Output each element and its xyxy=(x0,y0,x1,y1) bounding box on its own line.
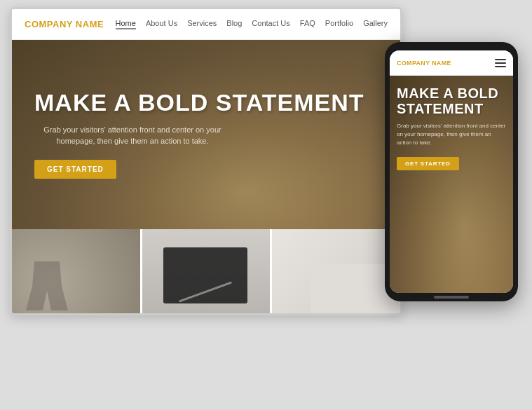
hamburger-menu[interactable] xyxy=(495,59,506,67)
hamburger-line-2 xyxy=(495,62,506,64)
desktop-hero-subtitle: Grab your visitors' attention front and … xyxy=(34,124,231,147)
gallery-image-2 xyxy=(142,229,271,315)
gallery-item-2 xyxy=(140,229,271,315)
mobile-logo: COMPANY NAME xyxy=(397,60,451,67)
mobile-hero-content: MAKE A BOLD STATEMENT Grab your visitors… xyxy=(397,86,506,170)
nav-link-blog[interactable]: Blog xyxy=(226,19,242,29)
hamburger-line-1 xyxy=(495,59,506,60)
mobile-hero-subtitle: Grab your visitors' attention front and … xyxy=(397,122,506,147)
desktop-mockup: COMPANY NAME Home About Us Services Blog… xyxy=(10,7,402,315)
nav-link-services[interactable]: Services xyxy=(187,19,217,29)
mobile-cta-button[interactable]: GET STARTED xyxy=(397,157,459,170)
nav-link-faq[interactable]: FAQ xyxy=(300,19,315,29)
mobile-screen: COMPANY NAME MAKE A BOLD STATEMENT Grab … xyxy=(390,50,513,293)
nav-link-about[interactable]: About Us xyxy=(146,19,177,29)
mobile-hero: MAKE A BOLD STATEMENT Grab your visitors… xyxy=(390,76,513,293)
desktop-navbar: COMPANY NAME Home About Us Services Blog… xyxy=(12,9,400,40)
nav-link-home[interactable]: Home xyxy=(116,19,136,29)
mobile-navbar: COMPANY NAME xyxy=(390,50,513,76)
desktop-nav-links: Home About Us Services Blog Contact Us F… xyxy=(116,19,388,29)
nav-link-portfolio[interactable]: Portfolio xyxy=(325,19,353,29)
nav-link-contact[interactable]: Contact Us xyxy=(252,19,289,29)
desktop-cta-button[interactable]: GET STARTED xyxy=(34,160,116,179)
gallery-item-1 xyxy=(12,229,140,315)
page-wrapper: COMPANY NAME Home About Us Services Blog… xyxy=(0,0,532,410)
mobile-hero-title: MAKE A BOLD STATEMENT xyxy=(397,86,506,116)
gallery-image-1 xyxy=(12,229,140,315)
gallery-image-3 xyxy=(272,229,400,315)
gallery-item-3 xyxy=(270,229,400,315)
desktop-hero-title: MAKE A BOLD STATEMENT xyxy=(34,90,378,116)
hamburger-line-3 xyxy=(495,66,506,67)
desktop-hero: MAKE A BOLD STATEMENT Grab your visitors… xyxy=(12,40,400,229)
desktop-gallery xyxy=(12,229,400,315)
nav-link-gallery[interactable]: Gallery xyxy=(363,19,388,29)
desktop-logo: COMPANY NAME xyxy=(25,19,104,29)
mobile-mockup: COMPANY NAME MAKE A BOLD STATEMENT Grab … xyxy=(385,42,518,301)
mobile-home-indicator xyxy=(434,296,469,299)
desktop-hero-content: MAKE A BOLD STATEMENT Grab your visitors… xyxy=(34,90,378,179)
